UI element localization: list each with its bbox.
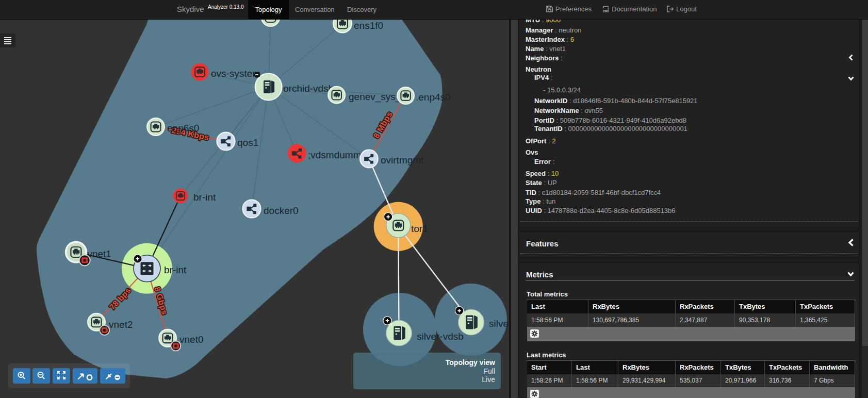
svg-text:silver-vdsb: silver-vdsb	[417, 331, 464, 342]
svg-text:docker0: docker0	[264, 205, 299, 216]
svg-text:vnet2: vnet2	[109, 319, 133, 330]
svg-text:enp6s0: enp6s0	[167, 123, 199, 134]
svg-text:tor1: tor1	[411, 223, 428, 234]
svg-text:.enp4s0: .enp4s0	[416, 92, 451, 103]
svg-text:ovirtmgmt: ovirtmgmt	[381, 155, 424, 165]
svg-text:silver-vdsb: silver-vdsb	[489, 318, 509, 329]
svg-text:vnet1: vnet1	[87, 248, 111, 259]
svg-text:orchid-vdsb: orchid-vdsb	[283, 83, 334, 94]
svg-text:ens1f0: ens1f0	[354, 20, 383, 31]
svg-text:vnet0: vnet0	[179, 334, 203, 345]
svg-text:ovs-system: ovs-system	[211, 68, 260, 79]
svg-text:genev_sys_: genev_sys_	[349, 91, 401, 103]
svg-text:br-int: br-int	[193, 192, 216, 203]
svg-text:br-int: br-int	[164, 264, 187, 275]
svg-text:qos1: qos1	[237, 137, 258, 148]
